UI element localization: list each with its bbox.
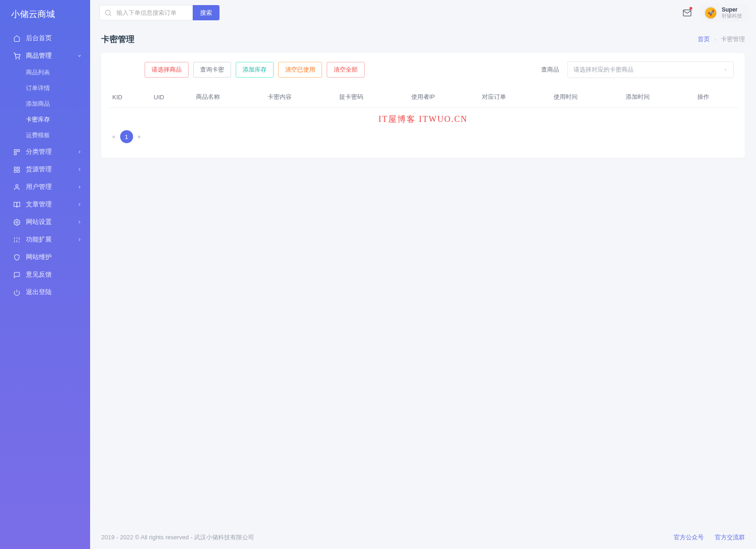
grid-icon [13,166,20,173]
page-1[interactable]: 1 [120,130,133,143]
main-panel: 请选择商品 查询卡密 添加库存 清空已使用 清空全部 查商品 请选择对应的卡密商… [101,53,745,158]
svg-rect-6 [17,167,19,169]
chevron-down-icon [77,54,82,58]
query-product-label: 查商品 [541,66,559,74]
page-next[interactable]: » [138,133,141,140]
cards-table: KID UID 商品名称 卡密内容 提卡密码 使用者IP 对应订单 使用时间 添… [108,86,738,108]
nav-maint-label: 网站维护 [26,253,82,261]
nav-add-product[interactable]: 添加商品 [26,96,90,112]
shield-icon [13,253,20,261]
message-icon [13,271,20,278]
chevron-right-icon [77,150,82,154]
svg-line-19 [110,14,111,16]
nav-card-stock[interactable]: 卡密库存 [26,112,90,127]
svg-rect-5 [14,167,16,169]
watermark-text: IT屋博客 ITWUO.CN [101,108,745,127]
header: 搜索 🚀 Super 轩辕科技 [90,0,756,25]
nav-user-mgmt[interactable]: 用户管理 [0,178,90,196]
chevron-right-icon [77,237,82,242]
svg-point-0 [16,58,16,59]
nav-feature-ext[interactable]: 功能扩展 [0,231,90,248]
col-action: 操作 [693,86,738,108]
col-kid: KID [108,86,149,108]
svg-rect-2 [14,149,16,151]
nav-product-label: 商品管理 [26,52,72,60]
col-pickup-pwd: 提卡密码 [335,86,406,108]
nav-order-detail[interactable]: 订单详情 [26,80,90,96]
nav-supply-mgmt[interactable]: 货源管理 [0,161,90,178]
user-name: Super [722,7,742,13]
svg-rect-7 [17,170,19,172]
nav-supply-label: 货源管理 [26,165,72,174]
clear-used-button[interactable]: 清空已使用 [278,62,322,78]
breadcrumb-sep: › [714,36,716,42]
svg-rect-8 [14,170,16,172]
chevron-right-icon [77,202,82,207]
search-input[interactable] [115,6,188,20]
bars-icon [13,148,20,156]
user-subtitle: 轩辕科技 [722,13,742,18]
chevron-right-icon [77,220,82,224]
user-menu[interactable]: 🚀 Super 轩辕科技 [701,4,749,22]
svg-rect-4 [14,152,16,154]
nav-article-mgmt[interactable]: 文章管理 [0,196,90,213]
pagination: « 1 » [101,127,745,147]
brand-title: 小储云商城 [0,8,90,30]
col-use-time: 使用时间 [549,86,621,108]
sliders-icon [13,236,20,243]
breadcrumb: 首页 › 卡密管理 [698,35,745,43]
svg-point-10 [16,221,18,223]
power-icon [13,289,20,296]
breadcrumb-home[interactable]: 首页 [698,36,710,42]
search-input-wrap [99,5,193,20]
col-uid: UID [149,86,191,108]
avatar: 🚀 [704,6,717,19]
footer-copyright: 2019 - 2022 © All rights reserved - 武汉小储… [101,533,254,542]
nav-feedback-label: 意见反馈 [26,271,82,279]
svg-point-9 [16,184,18,187]
svg-point-1 [18,58,19,59]
footer: 2019 - 2022 © All rights reserved - 武汉小储… [90,526,756,549]
notification-dot [689,7,692,10]
nav-feedback[interactable]: 意见反馈 [0,266,90,284]
nav-feature-label: 功能扩展 [26,235,72,244]
page-prev[interactable]: « [112,133,116,140]
clear-all-button[interactable]: 清空全部 [327,62,365,78]
nav-product-mgmt[interactable]: 商品管理 [0,47,90,65]
nav-site-settings[interactable]: 网站设置 [0,213,90,231]
footer-link-official[interactable]: 官方公众号 [674,533,704,542]
nav-product-list[interactable]: 商品列表 [26,65,90,80]
nav-shipping-template[interactable]: 运费模板 [26,127,90,143]
nav-category-mgmt[interactable]: 分类管理 [0,143,90,161]
query-card-button[interactable]: 查询卡密 [193,62,231,78]
nav-home[interactable]: 后台首页 [0,30,90,47]
cart-icon [13,52,20,60]
nav-settings-label: 网站设置 [26,218,72,226]
book-icon [13,201,20,208]
nav-product-submenu: 商品列表 订单详情 添加商品 卡密库存 运费模板 [0,65,90,143]
toolbar: 请选择商品 查询卡密 添加库存 清空已使用 清空全部 查商品 请选择对应的卡密商… [101,53,745,86]
chevron-right-icon [77,167,82,172]
page-title: 卡密管理 [101,34,134,45]
col-user-ip: 使用者IP [407,86,478,108]
footer-link-group[interactable]: 官方交流群 [715,533,745,542]
home-icon [13,35,20,42]
product-select[interactable]: 请选择对应的卡密商品 [567,61,734,78]
nav-site-maint[interactable]: 网站维护 [0,248,90,266]
user-icon [13,183,20,191]
nav-user-label: 用户管理 [26,183,72,191]
nav-category-label: 分类管理 [26,148,72,156]
select-product-button[interactable]: 请选择商品 [145,62,189,78]
col-card-content: 卡密内容 [263,86,335,108]
search-icon [104,9,112,17]
col-product-name: 商品名称 [191,86,263,108]
mail-icon[interactable] [681,7,693,19]
search-button[interactable]: 搜索 [193,5,219,20]
col-order: 对应订单 [477,86,549,108]
nav-logout-label: 退出登陆 [26,288,82,296]
nav-logout[interactable]: 退出登陆 [0,284,90,301]
product-select-placeholder: 请选择对应的卡密商品 [573,66,634,74]
add-stock-button[interactable]: 添加库存 [236,62,274,78]
chevron-right-icon [77,185,82,189]
col-add-time: 添加时间 [621,86,693,108]
